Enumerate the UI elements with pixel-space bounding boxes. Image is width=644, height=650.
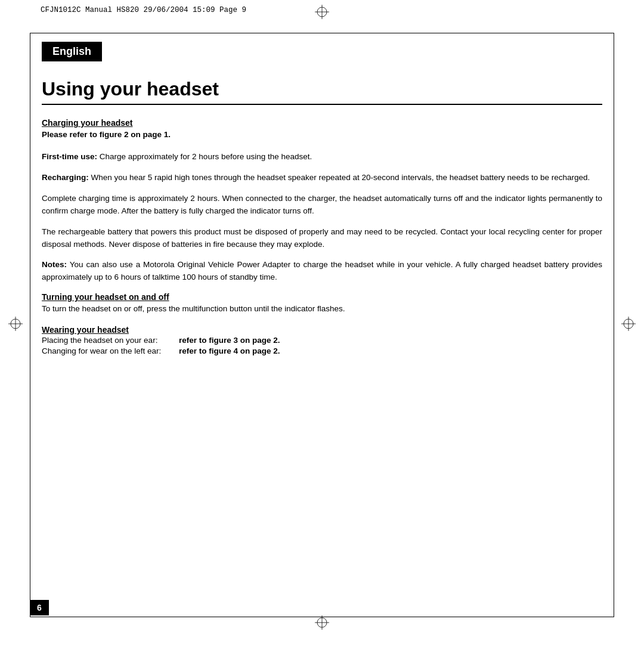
- turning-heading: Turning your headset on and off: [42, 292, 602, 302]
- charging-heading: Charging your headset: [42, 118, 602, 128]
- section-turning: Turning your headset on and off To turn …: [42, 292, 602, 315]
- main-title: Using your headset: [42, 78, 602, 105]
- wearing-row-1: Placing the headset on your ear: refer t…: [42, 336, 602, 345]
- reg-mark-right: [621, 317, 636, 333]
- first-time-text: Charge approximately for 2 hours before …: [97, 152, 312, 161]
- language-badge: English: [42, 42, 102, 61]
- section-wearing: Wearing your headset Placing the headset…: [42, 325, 602, 355]
- first-time-label: First-time use:: [42, 152, 97, 161]
- wearing-row-2: Changing for wear on the left ear: refer…: [42, 346, 602, 355]
- page: CFJN1012C Manual HS820 29/06/2004 15:09 …: [0, 0, 644, 650]
- section-charging: Charging your headset Please refer to fi…: [42, 118, 602, 284]
- rule-bottom: [30, 617, 614, 617]
- complete-charging-text: Complete charging time is approximately …: [42, 194, 602, 215]
- recharging-text: When you hear 5 rapid high tones through…: [89, 173, 590, 182]
- rechargeable-text: The rechargeable battery that powers thi…: [42, 227, 602, 249]
- wearing-label-1: Placing the headset on your ear:: [42, 336, 179, 345]
- notes-text: You can also use a Motorola Original Veh…: [42, 260, 602, 281]
- reg-mark-top-center: [315, 5, 329, 21]
- charging-subheading: Please refer to figure 2 on page 1.: [42, 129, 602, 141]
- wearing-ref-2: refer to figure 4 on page 2.: [179, 346, 280, 355]
- rule-top: [30, 33, 614, 33]
- reg-mark-bottom: [315, 615, 329, 632]
- para-rechargeable: The rechargeable battery that powers thi…: [42, 226, 602, 251]
- notes-label: Notes:: [42, 260, 67, 269]
- header-text: CFJN1012C Manual HS820 29/06/2004 15:09 …: [41, 6, 246, 14]
- para-first-time: First-time use: Charge approximately for…: [42, 151, 602, 163]
- para-notes: Notes: You can also use a Motorola Origi…: [42, 259, 602, 284]
- content-area: English Using your headset Charging your…: [42, 42, 602, 608]
- wearing-ref-1: refer to figure 3 on page 2.: [179, 336, 280, 345]
- para-recharging: Recharging: When you hear 5 rapid high t…: [42, 172, 602, 184]
- para-complete-charging: Complete charging time is approximately …: [42, 193, 602, 218]
- wearing-label-2: Changing for wear on the left ear:: [42, 346, 179, 355]
- reg-mark-left: [8, 317, 23, 333]
- recharging-label: Recharging:: [42, 173, 89, 182]
- turning-body: To turn the headset on or off, press the…: [42, 303, 602, 315]
- rule-right: [614, 33, 614, 617]
- wearing-heading: Wearing your headset: [42, 325, 602, 335]
- rule-left: [30, 33, 30, 617]
